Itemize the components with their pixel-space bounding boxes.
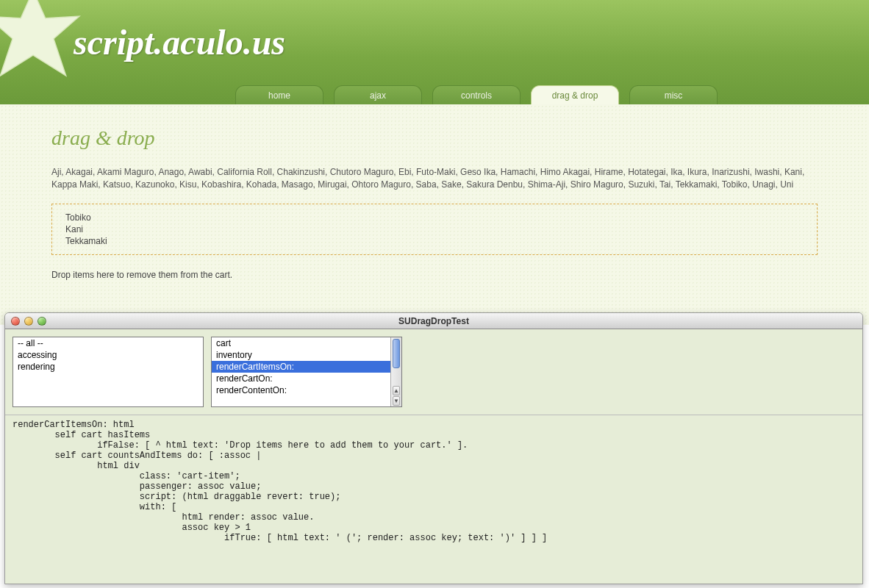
cart-item[interactable]: Kani	[65, 223, 804, 235]
list-item[interactable]: accessing	[13, 349, 203, 361]
minimize-icon[interactable]	[24, 317, 33, 326]
scroll-up-icon[interactable]: ▲	[393, 386, 400, 395]
tab-ajax[interactable]: ajax	[334, 85, 422, 104]
method-scrollbar[interactable]: ▲ ▼	[390, 337, 401, 406]
page-body: drag & drop Aji, Akagai, Akami Maguro, A…	[0, 104, 869, 325]
tab-drag-drop[interactable]: drag & drop	[531, 85, 619, 104]
list-item[interactable]: renderCartOn:	[212, 373, 401, 384]
list-item[interactable]: renderContentOn:	[212, 384, 401, 396]
tab-controls[interactable]: controls	[432, 85, 521, 104]
zoom-icon[interactable]	[37, 317, 46, 326]
site-title: script.aculo.us	[74, 22, 285, 62]
cart-dropzone[interactable]: Tobiko Kani Tekkamaki	[51, 204, 818, 255]
list-item[interactable]: -- all --	[13, 337, 203, 349]
scroll-thumb[interactable]	[393, 339, 400, 368]
tab-home[interactable]: home	[235, 85, 323, 104]
nav-tabs: home ajax controls drag & drop misc	[235, 85, 718, 104]
window-titlebar[interactable]: SUDragDropTest	[5, 313, 862, 329]
list-item[interactable]: renderCartItemsOn:	[212, 361, 401, 373]
code-pane[interactable]: renderCartItemsOn: html self cart hasIte…	[5, 415, 862, 584]
site-header: script.aculo.us home ajax controls drag …	[0, 0, 869, 104]
page-heading: drag & drop	[51, 126, 818, 150]
scroll-down-icon[interactable]: ▼	[393, 396, 400, 406]
inventory-list[interactable]: Aji, Akagai, Akami Maguro, Anago, Awabi,…	[51, 166, 818, 192]
list-item[interactable]: inventory	[212, 349, 401, 361]
list-item[interactable]: rendering	[13, 361, 203, 373]
tab-misc[interactable]: misc	[629, 85, 718, 104]
cart-item[interactable]: Tobiko	[65, 212, 804, 223]
cart-item[interactable]: Tekkamaki	[65, 235, 804, 247]
window-controls	[5, 317, 46, 326]
window-title: SUDragDropTest	[5, 316, 862, 326]
starfish-logo	[0, 0, 85, 88]
protocol-pane[interactable]: -- all -- accessing rendering	[12, 337, 204, 407]
browser-panes: -- all -- accessing rendering cart inven…	[5, 329, 862, 415]
list-item[interactable]: cart	[212, 337, 401, 349]
close-icon[interactable]	[11, 317, 20, 326]
code-browser-window: SUDragDropTest -- all -- accessing rende…	[4, 312, 863, 584]
method-pane[interactable]: cart inventory renderCartItemsOn: render…	[211, 337, 402, 407]
remove-dropzone-hint[interactable]: Drop items here to remove them from the …	[51, 270, 818, 280]
